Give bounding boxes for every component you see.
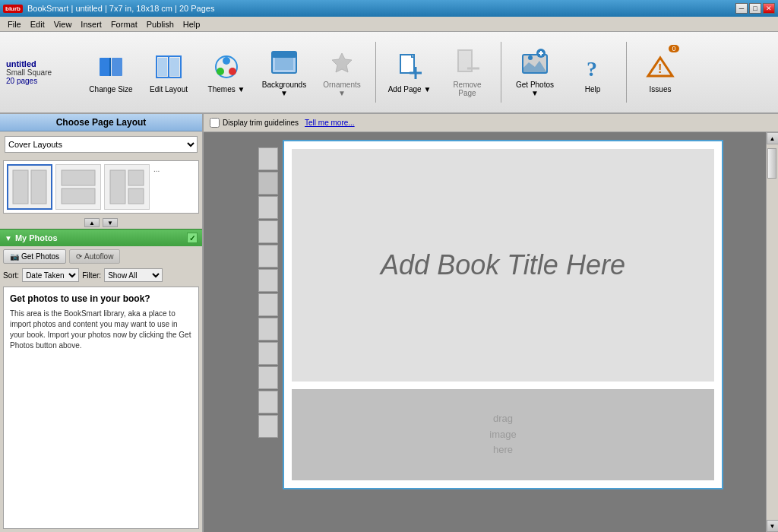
layout-scroll-down[interactable]: ▼ [103,218,118,227]
svg-point-10 [217,68,224,75]
left-panel: Choose Page Layout Cover Layouts Page La… [0,114,204,532]
page-strip-thumb-11[interactable] [258,391,278,413]
page-strip-thumb-2[interactable] [258,172,278,195]
project-name: untitled [6,59,74,68]
menu-publish[interactable]: Publish [142,18,179,30]
svg-point-8 [223,57,230,65]
page-strip-thumb-9[interactable] [258,342,278,365]
page-strip-thumb-5[interactable] [258,245,278,268]
page-strip-thumb-4[interactable] [258,220,278,243]
menu-help[interactable]: Help [179,18,205,30]
layout-thumb-2[interactable] [55,164,101,210]
svg-point-20 [528,55,533,60]
svg-rect-33 [128,188,144,204]
canvas-title-area[interactable]: Add Book Title Here [292,149,714,382]
minimize-button[interactable]: ─ [735,3,748,14]
svg-rect-13 [272,52,296,58]
sort-select[interactable]: Date Taken Name Date Added [22,268,79,282]
canvas-image-area[interactable]: drag image here [292,389,714,480]
add-page-button[interactable]: Add Page ▼ [382,38,437,106]
page-strip-thumb-8[interactable] [258,318,278,340]
canvas-wrapper: Add Book Title Here drag image here ▲ ▼ [204,132,778,532]
remove-page-button[interactable]: Remove Page [440,38,495,106]
menu-insert[interactable]: Insert [76,18,106,30]
autoflow-btn[interactable]: ⟳ Autoflow [69,249,120,264]
maximize-button[interactable]: □ [749,3,761,14]
change-size-label: Change Size [89,85,132,93]
svg-rect-5 [158,58,167,76]
filter-select[interactable]: Show All Photos Only [104,268,163,282]
my-photos-header[interactable]: ▼ My Photos ✓ [0,229,202,246]
page-strip-thumb-10[interactable] [258,366,278,389]
removepage-icon [452,47,482,78]
vscroll-up-arrow[interactable]: ▲ [767,132,779,144]
page-strip-left [258,147,280,438]
app-logo: blurb [3,5,23,13]
menu-file[interactable]: File [3,18,26,30]
page-strip-thumb-7[interactable] [258,293,278,316]
ornaments-button[interactable]: Ornaments ▼ [315,38,369,106]
tell-me-more-link[interactable]: Tell me more... [305,119,355,127]
book-icon [96,52,126,82]
close-button[interactable]: ✕ [763,3,775,14]
svg-rect-29 [62,170,95,185]
title-bar: blurb BookSmart | untitled | 7x7 in, 18x… [0,0,778,17]
window-controls: ─ □ ✕ [735,3,775,14]
layout-icon [153,52,184,82]
get-photos-toolbar-label: Get Photos ▼ [511,81,558,97]
canvas-toolbar: Display trim guidelines Tell me more... [204,114,778,132]
svg-rect-1 [112,58,122,76]
vscroll-track[interactable] [767,144,778,520]
trim-guideline-label: Display trim guidelines [210,118,299,128]
toolbar-separator-2 [501,42,501,103]
project-info: untitled Small Square 20 pages [6,59,74,85]
issues-button[interactable]: ! 0 Issues [633,38,688,106]
themes-label: Themes ▼ [208,85,245,93]
layout-scroll-up[interactable]: ▲ [84,218,100,227]
menu-edit[interactable]: Edit [26,18,49,30]
issues-count: 0 [669,45,679,52]
get-photos-button[interactable]: Get Photos ▼ [508,38,562,106]
edit-layout-label: Edit Layout [150,85,188,93]
menu-format[interactable]: Format [106,18,142,30]
drag-image-text: drag image here [489,411,516,458]
getphotos-icon [520,47,550,78]
themes-icon [211,52,242,82]
page-strip-thumb-12[interactable] [258,415,278,438]
themes-button[interactable]: Themes ▼ [199,38,254,106]
add-page-label: Add Page ▼ [388,85,432,93]
issues-icon: ! [645,52,675,82]
page-strip-thumb-3[interactable] [258,196,278,219]
photos-toolbar: 📷 Get Photos ⟳ Autoflow [0,246,202,267]
edit-layout-button[interactable]: Edit Layout [141,38,196,106]
vscroll-down-arrow[interactable]: ▼ [767,520,779,532]
layout-dropdown[interactable]: Cover Layouts Page Layouts Photo Layouts [5,136,198,153]
backgrounds-button[interactable]: Backgrounds ▼ [257,38,312,106]
vscroll-thumb[interactable] [767,148,776,179]
layout-thumb-3[interactable] [104,164,150,210]
backgrounds-label: Backgrounds ▼ [261,81,308,97]
menu-view[interactable]: View [49,18,77,30]
layout-scroll-buttons: ▲ ▼ [0,217,202,229]
camera-icon: 📷 [10,252,19,261]
photos-body: This area is the BookSmart library, aka … [10,309,192,351]
get-photos-btn[interactable]: 📷 Get Photos [3,249,66,264]
layout-selector: Cover Layouts Page Layouts Photo Layouts [5,136,198,153]
layout-thumb-1[interactable] [7,164,52,210]
svg-text:!: ! [658,62,662,75]
page-strip-thumb-1[interactable] [258,147,278,170]
change-size-button[interactable]: Change Size [84,38,138,106]
page-strip-thumb-6[interactable] [258,269,278,292]
layout-more-dots: ... [153,164,160,210]
photos-content: Get photos to use in your book? This are… [3,287,199,529]
help-icon: ? [577,52,608,82]
photos-heading: Get photos to use in your book? [10,293,192,304]
svg-rect-32 [128,170,144,185]
layout-thumbnails: ... [3,160,199,214]
help-button[interactable]: ? Help [565,38,620,106]
svg-point-9 [229,68,236,75]
menu-bar: File Edit View Insert Format Publish Hel… [0,17,778,32]
vertical-scrollbar: ▲ ▼ [766,132,778,532]
trim-guideline-checkbox[interactable] [210,118,220,128]
svg-rect-31 [110,170,125,204]
